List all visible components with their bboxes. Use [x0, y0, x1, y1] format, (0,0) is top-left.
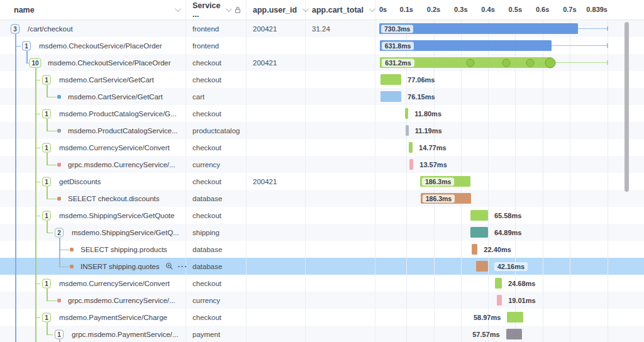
- app-user-id-cell: [247, 190, 306, 207]
- table-row[interactable]: 1msdemo.ShippingService/GetQuotecheckout…: [0, 207, 644, 224]
- span-count-badge[interactable]: 1: [42, 177, 51, 186]
- span-event-marker[interactable]: [502, 58, 511, 67]
- span-duration-bar[interactable]: [405, 108, 408, 119]
- waterfall-cell: 13.57ms: [375, 156, 644, 173]
- span-duration-bar[interactable]: [472, 244, 478, 255]
- waterfall-cell: 19.01ms: [375, 292, 644, 309]
- trace-rows: 3/cart/checkoutfrontend20042131.24730.3m…: [0, 20, 644, 342]
- span-count-badge[interactable]: 1: [42, 109, 51, 118]
- span-count-badge[interactable]: 1: [42, 75, 51, 84]
- duration-label: 14.77ms: [419, 144, 446, 152]
- header-column-app-user-id[interactable]: app.user_id: [247, 0, 306, 19]
- service-cell: checkout: [186, 105, 247, 122]
- span-count-badge[interactable]: 3: [11, 24, 19, 33]
- span-name: msdemo.CurrencyService/Convert: [59, 144, 170, 152]
- table-row[interactable]: grpc.msdemo.CurrencyService/...currency1…: [0, 292, 644, 309]
- span-name-cell: 1getDiscounts: [0, 173, 186, 190]
- app-cart-total-cell: [306, 173, 375, 190]
- span-duration-bar[interactable]: [409, 142, 413, 153]
- span-event-marker[interactable]: [545, 57, 555, 68]
- chevron-down-icon[interactable]: [369, 6, 375, 12]
- span-count-badge[interactable]: 1: [55, 329, 64, 339]
- span-duration-bar[interactable]: [506, 329, 522, 339]
- app-user-id-cell: [247, 224, 306, 241]
- header-column-name[interactable]: name: [0, 0, 186, 19]
- table-row[interactable]: 1msdemo.CartService/GetCartcheckout77.06…: [0, 71, 644, 88]
- app-user-id-cell: 200421: [247, 20, 306, 37]
- span-duration-bar[interactable]: [495, 278, 502, 289]
- app-cart-total-cell: [306, 54, 375, 71]
- span-name-cell: msdemo.CartService/GetCart: [0, 88, 186, 105]
- table-row[interactable]: msdemo.CartService/GetCartcart76.15ms: [0, 88, 644, 105]
- chevron-down-icon[interactable]: [175, 6, 181, 12]
- timeline-tick: 0.3s: [454, 6, 467, 13]
- span-duration-bar[interactable]: [497, 295, 502, 306]
- span-duration-bar[interactable]: [470, 227, 488, 238]
- app-cart-total-cell: [306, 122, 375, 139]
- span-leaf-dot: [70, 265, 74, 268]
- span-name: grpc.msdemo.CurrencyService/...: [68, 161, 175, 168]
- vertical-scrollbar[interactable]: [625, 22, 629, 192]
- table-row[interactable]: 10msdemo.CheckoutService/PlaceOrdercheck…: [0, 54, 644, 71]
- timeline-tick: 0.2s: [427, 6, 440, 13]
- span-duration-bar[interactable]: [380, 91, 401, 102]
- table-row[interactable]: 1getDiscountscheckout200421186.3ms: [0, 173, 644, 190]
- table-row[interactable]: msdemo.ProductCatalogService...productca…: [0, 122, 644, 139]
- table-row[interactable]: 1msdemo.CurrencyService/Convertcheckout2…: [0, 275, 644, 292]
- lock-icon[interactable]: [234, 6, 242, 14]
- span-count-badge[interactable]: 10: [29, 58, 41, 67]
- span-duration-bar[interactable]: [380, 74, 401, 85]
- app-user-id-cell: [247, 156, 306, 173]
- span-name-cell: 1msdemo.PaymentService/Charge: [0, 309, 186, 326]
- service-cell: checkout: [186, 71, 247, 88]
- app-user-id-cell: 200421: [247, 173, 306, 190]
- table-row[interactable]: 2msdemo.ShippingService/GetQ...shipping6…: [0, 224, 644, 241]
- span-count-badge[interactable]: 1: [42, 211, 51, 220]
- chevron-down-icon[interactable]: [226, 6, 232, 12]
- table-row[interactable]: 1msdemo.CheckoutService/PlaceOrderfronte…: [0, 37, 644, 54]
- duration-label: 730.3ms: [381, 25, 413, 33]
- span-count-badge[interactable]: 2: [55, 228, 64, 237]
- span-duration-bar[interactable]: [406, 125, 409, 136]
- span-count-badge[interactable]: 1: [42, 279, 51, 288]
- table-row[interactable]: INSERT shipping.quotes···database42.16ms: [0, 258, 644, 275]
- span-duration-bar[interactable]: [507, 312, 523, 323]
- zoom-in-icon[interactable]: [165, 262, 174, 270]
- span-name-cell: 1msdemo.ShippingService/GetQuote: [0, 207, 186, 224]
- span-name: msdemo.CartService/GetCart: [59, 76, 154, 84]
- service-cell: cart: [186, 88, 247, 105]
- table-row[interactable]: SELECT shipping.productsdatabase22.40ms: [0, 241, 644, 258]
- span-name-cell: 1msdemo.CartService/GetCart: [0, 71, 186, 88]
- app-user-id-cell: [247, 326, 306, 342]
- span-name-cell: SELECT shipping.products: [0, 241, 186, 258]
- span-duration-bar[interactable]: [470, 210, 488, 221]
- span-name: grpc.msdemo.PaymentService/...: [72, 331, 178, 338]
- span-event-marker[interactable]: [466, 58, 474, 67]
- service-cell: currency: [186, 292, 247, 309]
- span-duration-bar[interactable]: [476, 261, 487, 272]
- span-event-marker[interactable]: [526, 58, 535, 67]
- span-count-badge[interactable]: 1: [42, 312, 51, 322]
- header-column-service[interactable]: Service ...: [186, 0, 247, 19]
- table-row[interactable]: 1msdemo.ProductCatalogService/G...checko…: [0, 105, 644, 122]
- waterfall-cell: 76.15ms: [375, 88, 644, 105]
- table-row[interactable]: 1grpc.msdemo.PaymentService/...payment57…: [0, 326, 644, 342]
- timeline-tick: 0.7s: [563, 6, 576, 13]
- table-row[interactable]: 3/cart/checkoutfrontend20042131.24730.3m…: [0, 20, 644, 37]
- waterfall-cell: 730.3ms: [375, 20, 644, 37]
- header-column-app-cart-total[interactable]: app.cart_total: [306, 0, 375, 19]
- waterfall-cell: 631.2ms: [375, 54, 644, 71]
- duration-label: 64.89ms: [494, 229, 521, 236]
- table-row[interactable]: grpc.msdemo.CurrencyService/...currency1…: [0, 156, 644, 173]
- table-row[interactable]: 1msdemo.PaymentService/Chargecheckout58.…: [0, 309, 644, 326]
- span-name-cell: 1msdemo.CurrencyService/Convert: [0, 139, 186, 156]
- table-row[interactable]: 1msdemo.CurrencyService/Convertcheckout1…: [0, 139, 644, 156]
- span-name: SELECT shipping.products: [80, 246, 167, 253]
- span-count-badge[interactable]: 1: [42, 143, 51, 152]
- table-row[interactable]: SELECT checkout.discountsdatabase186.3ms: [0, 190, 644, 207]
- span-name: msdemo.ShippingService/GetQ...: [72, 229, 179, 236]
- timeline-tick: 0.839s: [586, 6, 608, 13]
- span-duration-bar[interactable]: [409, 159, 413, 170]
- span-name: /cart/checkout: [28, 25, 73, 33]
- span-count-badge[interactable]: 1: [22, 41, 31, 50]
